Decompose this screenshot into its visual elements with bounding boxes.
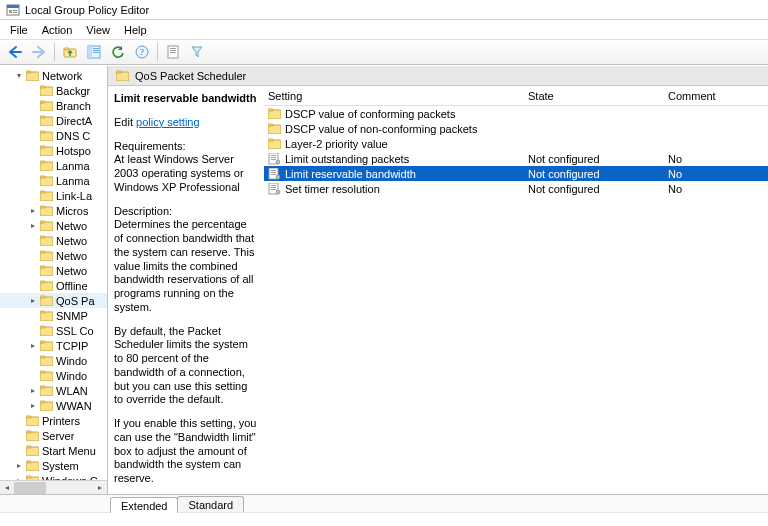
tree-item[interactable]: ▸Netwo — [0, 218, 107, 233]
expand-icon[interactable]: ▸ — [28, 386, 37, 395]
forward-button[interactable] — [28, 41, 50, 63]
tree-item[interactable]: ▸System — [0, 458, 107, 473]
tree-item[interactable]: ▾Network — [0, 68, 107, 83]
menu-action[interactable]: Action — [36, 22, 79, 38]
setting-name: DSCP value of non-conforming packets — [285, 123, 477, 135]
edit-policy-link[interactable]: policy setting — [136, 116, 200, 128]
list-row[interactable]: DSCP value of conforming packets — [264, 106, 768, 121]
column-setting[interactable]: Setting — [264, 90, 528, 102]
column-comment[interactable]: Comment — [668, 90, 768, 102]
tree-item-label: TCPIP — [56, 340, 88, 352]
menu-view[interactable]: View — [80, 22, 116, 38]
tree-item[interactable]: Lanma — [0, 173, 107, 188]
tree-item[interactable]: Offline — [0, 278, 107, 293]
scroll-track[interactable] — [14, 481, 93, 495]
policy-icon — [268, 153, 281, 165]
tree-item[interactable]: ▸WWAN — [0, 398, 107, 413]
expander-placeholder — [28, 176, 37, 185]
scroll-left-button[interactable]: ◂ — [0, 481, 14, 495]
svg-rect-33 — [40, 176, 45, 178]
back-button[interactable] — [4, 41, 26, 63]
svg-rect-65 — [26, 416, 31, 418]
menu-help[interactable]: Help — [118, 22, 153, 38]
expander-placeholder — [28, 251, 37, 260]
svg-rect-97 — [271, 159, 276, 160]
tree-pane[interactable]: ▾NetworkBackgrBranchDirectADNS CHotspoLa… — [0, 66, 108, 494]
folder-icon — [40, 295, 53, 306]
up-button[interactable] — [59, 41, 81, 63]
svg-rect-96 — [271, 157, 276, 158]
show-hide-tree-button[interactable] — [83, 41, 105, 63]
expand-icon[interactable]: ▸ — [28, 296, 37, 305]
tree-item[interactable]: Netwo — [0, 233, 107, 248]
tree-item[interactable]: Netwo — [0, 248, 107, 263]
tree-item[interactable]: SNMP — [0, 308, 107, 323]
tree-item[interactable]: Windo — [0, 353, 107, 368]
collapse-icon[interactable]: ▾ — [14, 71, 23, 80]
list-row[interactable]: DSCP value of non-conforming packets — [264, 121, 768, 136]
svg-rect-21 — [40, 86, 45, 88]
tree-item[interactable]: SSL Co — [0, 323, 107, 338]
toolbar-separator — [157, 43, 158, 61]
folder-icon — [26, 415, 39, 426]
tree-item[interactable]: Hotspo — [0, 143, 107, 158]
requirements-label: Requirements: — [114, 140, 258, 154]
tree-item-label: SSL Co — [56, 325, 94, 337]
setting-name: Limit reservable bandwidth — [285, 168, 416, 180]
tree-item[interactable]: Windo — [0, 368, 107, 383]
setting-state: Not configured — [528, 168, 668, 180]
tree-item[interactable]: ▸Micros — [0, 203, 107, 218]
svg-rect-31 — [40, 161, 45, 163]
menu-bar: File Action View Help — [0, 20, 768, 39]
list-row[interactable]: Layer-2 priority value — [264, 136, 768, 151]
list-row[interactable]: Set timer resolutionNot configuredNo — [264, 181, 768, 196]
svg-rect-17 — [170, 52, 176, 53]
tree-item[interactable]: DNS C — [0, 128, 107, 143]
expand-icon[interactable]: ▸ — [28, 341, 37, 350]
svg-rect-41 — [40, 236, 45, 238]
column-state[interactable]: State — [528, 90, 668, 102]
properties-button[interactable] — [162, 41, 184, 63]
svg-rect-109 — [271, 189, 276, 190]
tree-item[interactable]: Link-La — [0, 188, 107, 203]
scroll-thumb[interactable] — [14, 482, 46, 494]
expand-icon[interactable]: ▸ — [28, 221, 37, 230]
refresh-button[interactable] — [107, 41, 129, 63]
tree-item[interactable]: Start Menu — [0, 443, 107, 458]
scroll-right-button[interactable]: ▸ — [93, 481, 107, 495]
expander-placeholder — [28, 356, 37, 365]
expand-icon[interactable]: ▸ — [28, 206, 37, 215]
list-row[interactable]: Limit reservable bandwidthNot configured… — [264, 166, 768, 181]
tree-item[interactable]: Server — [0, 428, 107, 443]
setting-name: Limit outstanding packets — [285, 153, 409, 165]
tree-item[interactable]: Printers — [0, 413, 107, 428]
tree-horizontal-scrollbar[interactable]: ◂ ▸ — [0, 480, 107, 494]
tree-item[interactable]: ▸QoS Pa — [0, 293, 107, 308]
tree-item[interactable]: ▸TCPIP — [0, 338, 107, 353]
svg-rect-1 — [7, 5, 19, 8]
tree-item[interactable]: DirectA — [0, 113, 107, 128]
details-tabs: Extended Standard — [0, 494, 768, 512]
list-header[interactable]: Setting State Comment — [264, 86, 768, 106]
tree-item-label: System — [42, 460, 79, 472]
expander-placeholder — [28, 326, 37, 335]
selected-setting-title: Limit reservable bandwidth — [114, 92, 258, 106]
svg-rect-11 — [93, 52, 99, 53]
tree-item-label: Netwo — [56, 265, 87, 277]
expand-icon[interactable]: ▸ — [28, 401, 37, 410]
tree-item[interactable]: Netwo — [0, 263, 107, 278]
tree-item[interactable]: Branch — [0, 98, 107, 113]
filter-button[interactable] — [186, 41, 208, 63]
tree-item[interactable]: ▸WLAN — [0, 383, 107, 398]
svg-rect-10 — [93, 50, 99, 51]
tree-item[interactable]: Lanma — [0, 158, 107, 173]
edit-prefix: Edit — [114, 116, 136, 128]
help-button[interactable]: ? — [131, 41, 153, 63]
tab-standard[interactable]: Standard — [177, 496, 244, 512]
list-row[interactable]: Limit outstanding packetsNot configuredN… — [264, 151, 768, 166]
tree-item[interactable]: Backgr — [0, 83, 107, 98]
tree-item-label: Printers — [42, 415, 80, 427]
menu-file[interactable]: File — [4, 22, 34, 38]
tab-extended[interactable]: Extended — [110, 497, 178, 513]
expand-icon[interactable]: ▸ — [14, 461, 23, 470]
